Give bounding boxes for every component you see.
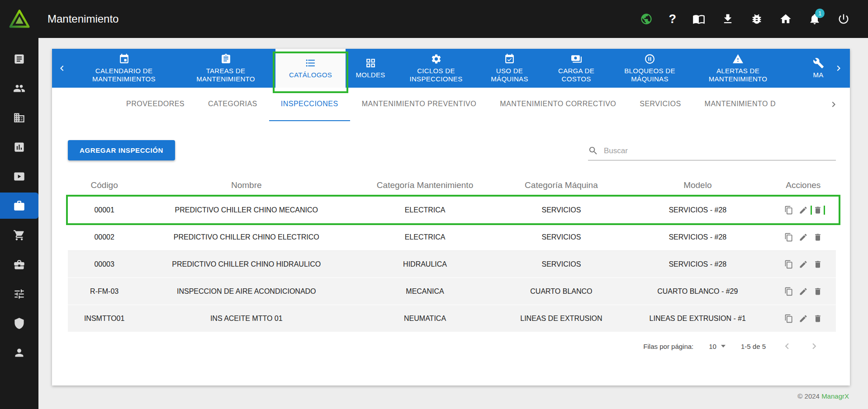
sidebar-item-shield[interactable]	[0, 309, 38, 338]
cell-codigo: 00003	[68, 260, 141, 268]
copy-icon[interactable]	[784, 314, 793, 323]
tab-label: CATÁLOGOS	[289, 71, 332, 79]
next-page-icon[interactable]	[808, 340, 820, 352]
sidebar-item-maintenance[interactable]	[0, 193, 38, 219]
edit-icon[interactable]	[799, 314, 808, 323]
home-icon[interactable]	[779, 13, 792, 25]
cell-codigo: 00002	[68, 233, 141, 241]
cell-nombre: PREDICTIVO CHILLER CHINO ELECTRICO	[141, 233, 352, 241]
subtabs-scroll-right[interactable]	[828, 88, 839, 121]
subtab-servicios[interactable]: SERVICIOS	[628, 88, 693, 121]
sidebar-item-building[interactable]	[0, 103, 38, 132]
cell-codigo: R-FM-03	[68, 287, 141, 296]
tab-bloqueos-de-maquinas[interactable]: BLOQUEOS DE MÁQUINAS	[610, 49, 689, 88]
table-row: 00003 PREDICTIVO CHILLER CHINO HIDRAULIC…	[68, 251, 836, 278]
delete-icon[interactable]	[813, 260, 822, 269]
delete-icon[interactable]	[813, 233, 822, 242]
download-icon[interactable]	[721, 13, 734, 25]
subtab-mantenimiento-preventivo[interactable]: MANTENIMIENTO PREVENTIVO	[350, 88, 489, 121]
edit-icon[interactable]	[799, 260, 808, 269]
copy-icon[interactable]	[784, 260, 793, 269]
cell-categoria-maquina: LINEAS DE EXTRUSION	[498, 315, 625, 323]
rows-per-page-label: Filas por página:	[643, 343, 693, 350]
notifications-icon[interactable]: 1	[808, 13, 821, 25]
tab-label: MOLDES	[356, 71, 385, 79]
build-icon	[813, 57, 824, 69]
tab-ciclos-de-inspecciones[interactable]: CICLOS DE INSPECCIONES	[395, 49, 477, 88]
cell-nombre: PREDICTIVO CHILLER CHINO HIDRAULICO	[141, 260, 352, 268]
globe-icon[interactable]	[640, 13, 653, 25]
help-icon[interactable]: ?	[669, 13, 677, 25]
payments-icon	[571, 53, 582, 65]
tab-alertas-de-mantenimiento[interactable]: ALERTAS DE MANTENIMIENTO	[689, 49, 787, 88]
sidebar-item-chart[interactable]	[0, 132, 38, 162]
tab-tareas-de-mantenimiento[interactable]: TAREAS DE MANTENIMIENTO	[176, 49, 275, 88]
cell-categoria-mantenimiento: ELECTRICA	[352, 233, 498, 241]
cell-nombre: INS ACEITE MTTO 01	[141, 315, 352, 323]
search-box	[588, 146, 836, 160]
copy-icon[interactable]	[784, 233, 793, 242]
cell-categoria-mantenimiento: MECANICA	[352, 287, 498, 296]
delete-icon[interactable]	[813, 287, 822, 296]
sidebar-item-cart[interactable]	[0, 221, 38, 250]
tabs-scroll-right[interactable]	[827, 49, 850, 88]
subtab-inspecciones[interactable]: INSPECCIONES	[269, 88, 350, 121]
tab-label: CARGA DE COSTOS	[545, 67, 607, 83]
row-actions	[771, 287, 836, 296]
table-row: 00001 PREDICTIVO CHILLER CHINO MECANICO …	[68, 197, 836, 224]
search-input[interactable]	[604, 146, 836, 155]
book-icon[interactable]	[693, 13, 705, 25]
tab-carga-de-costos[interactable]: CARGA DE COSTOS	[542, 49, 610, 88]
tab-calendario-de-mantenimientos[interactable]: CALENDARIO DE MANTENIMIENTOS	[72, 49, 176, 88]
edit-icon[interactable]	[799, 206, 808, 215]
previous-page-icon[interactable]	[781, 340, 793, 352]
copyright-text: © 2024	[797, 392, 820, 400]
rows-per-page-select[interactable]: 10	[709, 343, 726, 350]
edit-icon[interactable]	[799, 233, 808, 242]
power-icon[interactable]	[837, 13, 850, 25]
copy-icon[interactable]	[784, 287, 793, 296]
column-header-codigo: Código	[68, 180, 141, 190]
alert-icon	[732, 53, 744, 65]
sidebar-item-group[interactable]	[0, 74, 38, 103]
cell-categoria-maquina: CUARTO BLANCO	[498, 287, 625, 296]
delete-icon[interactable]	[813, 314, 822, 323]
gear-icon	[431, 53, 442, 65]
tab-moldes[interactable]: MOLDES	[346, 49, 395, 88]
tabs-scroll-left[interactable]	[52, 49, 72, 88]
delete-icon[interactable]	[813, 206, 822, 215]
column-header-acciones: Acciones	[771, 180, 836, 190]
calendar-check-icon	[504, 53, 515, 65]
notification-badge: 1	[815, 9, 825, 18]
pagination-range: 1-5 de 5	[741, 343, 766, 350]
subtab-proveedores[interactable]: PROVEEDORES	[114, 88, 196, 121]
brand-link[interactable]: ManagrX	[821, 392, 849, 400]
pagination: Filas por página: 10 1-5 de 5	[52, 340, 820, 352]
add-inspection-button[interactable]: AGREGAR INSPECCIÓN	[68, 140, 175, 160]
cell-modelo: SERVICIOS - #28	[625, 260, 771, 268]
cell-nombre: INSPECCION DE AIRE ACONDICIONADO	[141, 287, 352, 296]
app-logo[interactable]	[0, 9, 38, 28]
sidebar	[0, 38, 38, 409]
edit-icon[interactable]	[799, 287, 808, 296]
table-header-row: Código Nombre Categoría Mantenimiento Ca…	[68, 174, 836, 197]
tab-uso-de-maquinas[interactable]: USO DE MÁQUINAS	[477, 49, 542, 88]
tab-catalogos[interactable]: CATÁLOGOS	[275, 49, 346, 88]
subtab-mantenimiento-correctivo[interactable]: MANTENIMIENTO CORRECTIVO	[488, 88, 628, 121]
sidebar-item-briefcase[interactable]	[0, 250, 38, 279]
subtab-categorias[interactable]: CATEGORIAS	[196, 88, 269, 121]
bug-icon[interactable]	[750, 13, 763, 25]
sidebar-item-display[interactable]	[0, 162, 38, 191]
table-row: INSMTTO01 INS ACEITE MTTO 01 NEUMATICA L…	[68, 305, 836, 332]
copy-icon[interactable]	[784, 206, 793, 215]
tasks-icon	[220, 53, 232, 65]
column-header-categoria-mantenimiento: Categoría Mantenimiento	[352, 180, 498, 190]
table-row: R-FM-03 INSPECCION DE AIRE ACONDICIONADO…	[68, 278, 836, 305]
sidebar-item-article[interactable]	[0, 44, 38, 74]
caret-down-icon	[721, 345, 726, 348]
subtab-mantenimiento-d-truncated[interactable]: MANTENIMIENTO D	[693, 88, 787, 121]
cell-categoria-maquina: SERVICIOS	[498, 233, 625, 241]
sidebar-item-tune[interactable]	[0, 279, 38, 309]
column-header-categoria-maquina: Categoría Máquina	[498, 180, 625, 190]
sidebar-item-person[interactable]	[0, 338, 38, 367]
